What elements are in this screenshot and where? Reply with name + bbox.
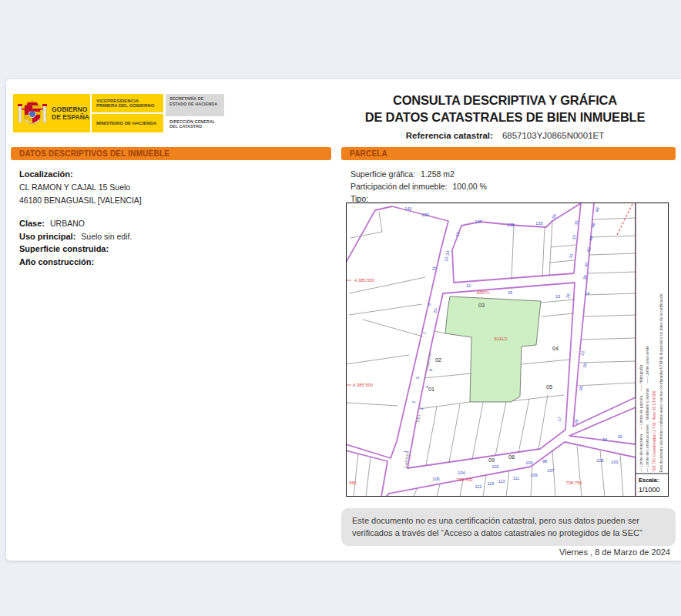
uso-row: Uso principal:Suelo sin edif. [19, 230, 142, 243]
map-label: 708.700 [457, 477, 473, 482]
map-label: 109 [530, 473, 537, 477]
spain-coat-of-arms-block: GOBIERNO DE ESPAÑA [13, 94, 90, 132]
spacer [19, 209, 142, 217]
map-label: 103 [611, 460, 618, 464]
map-label: 04 [552, 345, 559, 352]
map-label: 115 [488, 481, 495, 486]
document-date: Viernes , 8 de Marzo de 2024 [559, 547, 670, 557]
map-label: 133 [535, 221, 542, 226]
parcel-blocks [346, 203, 636, 497]
document-title: CONSULTA DESCRIPTIVA Y GRÁFICA DE DATOS … [341, 92, 669, 140]
title-line-2: DE DATOS CATASTRALES DE BIEN INMUEBLE [341, 109, 669, 126]
vicepresidencia-label: VICEPRESIDENCIA PRIMERA DEL GOBIERNO [92, 94, 163, 112]
address-line-2: 46180 BENAGUASIL [VALENCIA] [19, 196, 142, 206]
direccion-general-catastro-label: DIRECCIÓN GENERAL DEL CATASTRO [166, 116, 224, 132]
map-label: 13 [455, 232, 460, 237]
parcel-map-svg: — Límite de manzana — Límite de parcela … [346, 203, 669, 497]
annex-note: Este documento electrónico contiene anex… [659, 293, 663, 472]
map-label: 09 [488, 457, 495, 464]
map-label: 100 [525, 460, 532, 465]
map-label: 104 [458, 470, 465, 475]
map-label: 650 [349, 480, 357, 485]
map-label: 113 [498, 479, 505, 484]
map-label: 11 [431, 266, 437, 271]
map-label: 9 [427, 303, 432, 306]
map-label: 135 [507, 223, 514, 227]
superficie-construida-label: Superficie construida: [19, 244, 109, 253]
ano-construccion-row: Año construcción: [19, 256, 142, 269]
clase-label: Clase: [19, 219, 45, 228]
map-label: 137 [475, 219, 481, 224]
legend-line-1: — Límite de manzana — Límite de parcela … [639, 365, 643, 472]
participacion-label: Participación del inmueble: [351, 182, 448, 191]
map-label: 15 [508, 290, 512, 295]
map-label: 12 [466, 283, 471, 288]
map-label: 01 [428, 386, 434, 393]
map-label: -68571- [475, 290, 491, 295]
secretaria-estado-label: SECRETARÍA DE ESTADO DE HACIENDA [166, 94, 224, 116]
address-line-1: CL RAMON Y CAJAL 15 Suelo [19, 182, 142, 192]
superficie-grafica-value: 1.258 m2 [421, 169, 455, 179]
ministerio-label: MINISTERIO DE HACIENDA [92, 114, 163, 132]
map-label: 92 [618, 434, 622, 439]
map-label: 94 [602, 437, 607, 442]
cadastral-document-page: GOBIERNO DE ESPAÑA VICEPRESIDENCIA PRIME… [6, 79, 681, 561]
map-label: 4.385.500 [353, 383, 373, 387]
coat-of-arms-icon [17, 98, 48, 129]
cadastral-reference-row: Referencia catastral:6857103YJ0865N0001E… [341, 131, 669, 140]
title-line-1: CONSULTA DESCRIPTIVA Y GRÁFICA [341, 92, 669, 109]
legend-line-2: — Límite de construcciones Mobiliario y … [645, 346, 649, 472]
reference-value: 6857103YJ0865N0001ET [502, 131, 604, 140]
secretary-block: SECRETARÍA DE ESTADO DE HACIENDA DIRECCI… [166, 94, 224, 132]
map-label: 12-14 [444, 250, 451, 262]
map-label: 03 [478, 302, 485, 309]
government-logo: GOBIERNO DE ESPAÑA VICEPRESIDENCIA PRIME… [13, 94, 224, 132]
map-label: 106 [432, 477, 439, 481]
descriptive-data-section: Localización: CL RAMON Y CAJAL 15 Suelo … [19, 169, 142, 268]
map-label: 14 [585, 291, 589, 296]
uso-value: Suelo sin edif. [81, 232, 132, 241]
map-label: 08 [508, 454, 515, 460]
map-label: 708.750 [566, 480, 582, 485]
participacion-row: Participación del inmueble:100,00 % [351, 180, 487, 192]
gobierno-de-espana-label: GOBIERNO DE ESPAÑA [52, 105, 89, 121]
map-label: 139 [421, 213, 428, 217]
utm-coordinates-note: 708.750 Coordenadas U.T.M. Huso 30 ETRS8… [652, 390, 656, 472]
map-label: 3 [411, 400, 417, 403]
map-label: 105 [596, 458, 603, 463]
participacion-value: 100,00 % [453, 182, 487, 191]
map-label: 98 [542, 459, 547, 464]
escala-label: Escala: [639, 477, 659, 484]
escala-value: 1/1000 [639, 486, 660, 494]
uso-label: Uso principal: [19, 232, 75, 241]
parcela-data-section: Superficie gráfica:1.258 m2 Participació… [351, 168, 487, 205]
map-label: SUELO [494, 337, 508, 341]
map-label: 10 [432, 308, 438, 313]
clase-row: Clase:URBANO [19, 217, 142, 230]
map-label: 111 [513, 476, 520, 480]
superficie-construida-row: Superficie construida: [19, 243, 142, 256]
section-bar-parcela: PARCELA [341, 147, 676, 160]
map-label: 5 [415, 376, 421, 379]
map-legend-strip: — Límite de manzana — Límite de parcela … [636, 203, 669, 497]
map-label: 02 [435, 357, 441, 363]
section-bar-datos-descriptivos: DATOS DESCRIPTIVOS DEL INMUEBLE [11, 147, 331, 160]
map-label: 13 [555, 294, 560, 299]
superficie-grafica-row: Superficie gráfica:1.258 m2 [351, 168, 487, 180]
map-label: 112 [475, 484, 482, 489]
disclaimer-box: Este documento no es una certificación c… [341, 508, 676, 546]
cadastral-map: — Límite de manzana — Límite de parcela … [346, 203, 669, 497]
map-label: 05 [546, 383, 552, 390]
map-label: 107 [547, 468, 554, 473]
map-label: 4.385.550 [354, 278, 374, 283]
map-label: 7 [422, 331, 428, 334]
clase-value: URBANO [50, 219, 85, 228]
ministry-block: VICEPRESIDENCIA PRIMERA DEL GOBIERNO MIN… [92, 94, 163, 132]
localizacion-label: Localización: [19, 169, 142, 179]
map-label: 102 [491, 464, 498, 469]
ano-construccion-label: Año construcción: [19, 257, 94, 266]
superficie-grafica-label: Superficie gráfica: [351, 169, 415, 179]
reference-label: Referencia catastral: [406, 131, 493, 140]
map-label: 141 [404, 206, 411, 211]
